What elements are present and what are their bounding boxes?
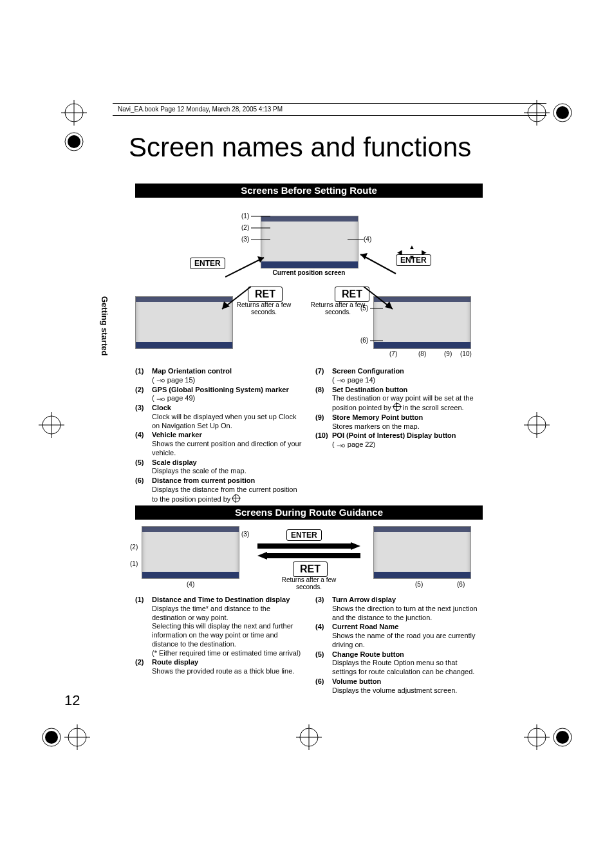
- running-header: Navi_EA.book Page 12 Monday, March 28, 2…: [113, 103, 546, 116]
- registration-mark: [64, 724, 90, 750]
- svg-point-3: [68, 135, 80, 148]
- callout: (5): [415, 581, 423, 588]
- registration-mark: [524, 412, 550, 438]
- callout: (1): [130, 560, 138, 567]
- svg-point-8: [556, 106, 569, 119]
- list-item: (3)Turn Arrow displayShows the direction…: [315, 596, 483, 622]
- diagram-2: ENTER RET Returns after a few seconds. (…: [135, 523, 483, 594]
- diagram-1: Current position screen ENTER ENTER ▲◀ ▶…: [135, 200, 483, 361]
- list-item: (1)Distance and Time to Destination disp…: [135, 596, 302, 657]
- section2-list: (1)Distance and Time to Destination disp…: [135, 596, 483, 695]
- arrow-icon: [257, 542, 360, 550]
- svg-marker-34: [222, 301, 230, 309]
- arrow-icon: [225, 254, 270, 280]
- callout: (8): [418, 350, 426, 357]
- svg-marker-32: [360, 253, 367, 259]
- current-position-label: Current position screen: [264, 269, 354, 276]
- list-item: (5)Scale displayDisplays the scale of th…: [135, 458, 302, 476]
- list-item: (7)Screen Configuration page 14: [315, 367, 483, 385]
- list-item: (6)Volume buttonDisplays the volume adju…: [315, 677, 483, 695]
- callout: (10): [460, 350, 472, 357]
- screenshot-right2: [373, 526, 471, 579]
- ret-key: RET: [293, 561, 328, 577]
- callout: (3): [241, 531, 249, 538]
- arrow-icon: [257, 552, 360, 560]
- list-item: (2)Route displayShows the provided route…: [135, 658, 302, 676]
- list-item: (2)GPS (Global Positioning System) marke…: [135, 386, 302, 404]
- list-item: (4)Current Road NameShows the name of th…: [315, 623, 483, 649]
- svg-point-27: [556, 731, 569, 744]
- svg-point-44: [162, 398, 164, 401]
- svg-point-16: [45, 731, 58, 744]
- page-title: Screen names and functions: [129, 132, 471, 163]
- registration-mark: [61, 129, 87, 155]
- screenshot-left2: [142, 526, 239, 579]
- page-number: 12: [64, 692, 80, 709]
- enter-key: ENTER: [286, 529, 322, 541]
- page: Navi_EA.book Page 12 Monday, March 28, 2…: [0, 0, 614, 868]
- list-item: (1)Map Orientation control page 15: [135, 367, 302, 385]
- svg-marker-50: [257, 552, 267, 560]
- section1-list: (1)Map Orientation control page 15(2)GPS…: [135, 367, 483, 504]
- svg-line-29: [225, 258, 264, 277]
- callout: (3): [241, 236, 249, 243]
- list-item: (6)Distance from current positionDisplay…: [135, 476, 302, 504]
- callout: (5): [360, 305, 368, 312]
- callout: (4): [364, 236, 371, 243]
- arrow-icon: [219, 283, 257, 316]
- registration-mark: [61, 100, 87, 126]
- section-heading-1: Screens Before Setting Route: [135, 184, 483, 198]
- svg-point-43: [162, 379, 164, 382]
- registration-mark: [39, 724, 64, 750]
- svg-marker-48: [351, 542, 360, 550]
- svg-point-45: [342, 379, 344, 382]
- list-item: (9)Store Memory Point buttonStores marke…: [315, 413, 483, 431]
- screenshot-center: [261, 216, 358, 269]
- list-item: (4)Vehicle markerShows the current posit…: [135, 431, 302, 457]
- enter-key: ENTER: [190, 258, 225, 269]
- svg-marker-30: [257, 256, 264, 263]
- registration-mark: [524, 724, 550, 750]
- registration-mark: [550, 100, 575, 126]
- callout: (9): [444, 350, 452, 357]
- registration-mark: [39, 412, 64, 438]
- registration-mark: [550, 724, 575, 750]
- callout: (2): [130, 543, 138, 551]
- registration-mark: [296, 724, 322, 750]
- list-item: (10)POI (Point of Interest) Display butt…: [315, 431, 483, 449]
- svg-point-46: [342, 444, 344, 447]
- list-item: (5)Change Route buttonDisplays the Route…: [315, 650, 483, 677]
- callout: (4): [187, 581, 194, 588]
- callout: (1): [241, 212, 249, 220]
- callout: (6): [457, 581, 465, 588]
- callout: (7): [389, 350, 397, 357]
- callout: (6): [360, 337, 368, 344]
- returns-note: Returns after a few seconds.: [309, 301, 367, 316]
- svg-marker-36: [385, 301, 393, 309]
- callout: (2): [241, 224, 249, 231]
- returns-note: Returns after a few seconds.: [280, 576, 338, 590]
- side-tab: Getting started: [100, 296, 109, 355]
- list-item: (8)Set Destination buttonThe destination…: [315, 386, 483, 413]
- section-heading-2: Screens During Route Guidance: [135, 505, 483, 520]
- list-item: (3)ClockClock will be displayed when you…: [135, 404, 302, 430]
- joystick-icon: ▲◀ ▶▼: [389, 245, 434, 260]
